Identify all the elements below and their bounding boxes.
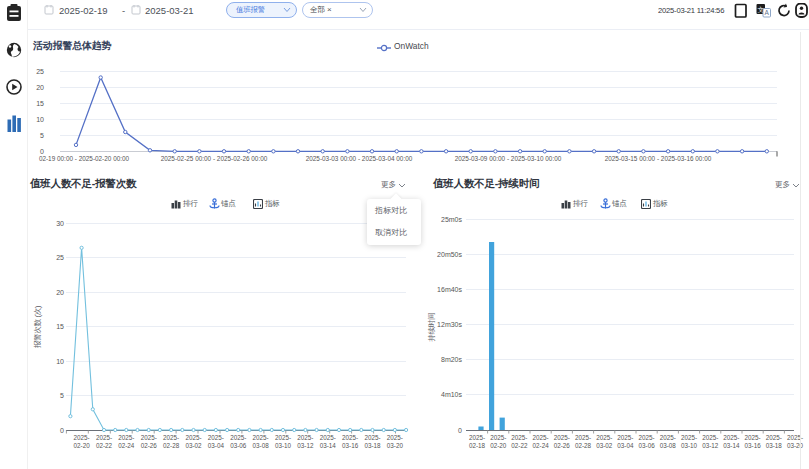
svg-text:03-18: 03-18 [766,442,783,449]
svg-text:2025-: 2025- [253,434,269,441]
svg-text:03-04: 03-04 [208,442,225,449]
svg-text:03-20: 03-20 [387,442,404,449]
svg-text:2025-: 2025- [533,434,549,441]
svg-text:2025-: 2025- [342,434,358,441]
svg-text:30: 30 [56,220,64,227]
svg-text:2025-: 2025- [745,434,761,441]
svg-text:03-18: 03-18 [364,442,381,449]
svg-text:2025-: 2025- [275,434,291,441]
svg-text:02-28: 02-28 [575,442,592,449]
svg-text:03-08: 03-08 [253,442,270,449]
svg-text:20m50s: 20m50s [437,251,462,258]
svg-text:02-24: 02-24 [118,442,135,449]
svg-text:5: 5 [60,392,64,399]
svg-text:03-06: 03-06 [230,442,247,449]
svg-text:2025-: 2025- [208,434,224,441]
svg-text:4m10s: 4m10s [441,391,463,398]
svg-text:0: 0 [458,427,462,434]
svg-text:2025-: 2025- [766,434,782,441]
svg-text:03-02: 03-02 [185,442,202,449]
svg-text:0: 0 [60,427,64,434]
svg-text:8m20s: 8m20s [441,356,463,363]
svg-text:25: 25 [56,254,64,261]
svg-text:2025-: 2025- [185,434,201,441]
svg-text:2025-: 2025- [617,434,633,441]
svg-text:25m0s: 25m0s [441,216,463,223]
svg-text:2025-: 2025- [320,434,336,441]
svg-text:02-22: 02-22 [511,442,528,449]
svg-text:02-22: 02-22 [96,442,113,449]
svg-text:12m30s: 12m30s [437,321,462,328]
svg-text:2025-: 2025- [490,434,506,441]
svg-text:03-20: 03-20 [787,442,804,449]
svg-text:2025-: 2025- [639,434,655,441]
svg-text:20: 20 [56,289,64,296]
svg-text:2025-: 2025- [141,434,157,441]
svg-text:2025-: 2025- [96,434,112,441]
svg-text:03-12: 03-12 [297,442,314,449]
svg-text:2025-: 2025- [118,434,134,441]
svg-text:02-26: 02-26 [141,442,158,449]
svg-text:15: 15 [56,323,64,330]
svg-text:03-10: 03-10 [681,442,698,449]
svg-text:03-16: 03-16 [342,442,359,449]
svg-text:2025-: 2025- [723,434,739,441]
svg-text:03-08: 03-08 [660,442,677,449]
svg-text:2025-: 2025- [297,434,313,441]
svg-text:16m40s: 16m40s [437,286,462,293]
svg-text:02-24: 02-24 [533,442,550,449]
svg-text:2025-: 2025- [230,434,246,441]
svg-text:2025-: 2025- [74,434,90,441]
svg-text:2025-: 2025- [469,434,485,441]
svg-text:2025-: 2025- [511,434,527,441]
svg-text:2025-: 2025- [364,434,380,441]
svg-text:03-02: 03-02 [596,442,613,449]
svg-text:03-14: 03-14 [723,442,740,449]
svg-text:2025-: 2025- [596,434,612,441]
svg-text:2025-: 2025- [163,434,179,441]
svg-text:2025-: 2025- [702,434,718,441]
svg-text:10: 10 [56,358,64,365]
svg-text:2025-: 2025- [681,434,697,441]
svg-text:2025-: 2025- [575,434,591,441]
svg-text:2025-: 2025- [387,434,403,441]
svg-text:03-12: 03-12 [702,442,719,449]
svg-text:02-20: 02-20 [74,442,91,449]
svg-text:03-14: 03-14 [320,442,337,449]
svg-text:02-26: 02-26 [554,442,571,449]
svg-text:03-04: 03-04 [617,442,634,449]
svg-text:02-28: 02-28 [163,442,180,449]
svg-text:03-10: 03-10 [275,442,292,449]
svg-text:02-18: 02-18 [469,442,486,449]
svg-text:2025-: 2025- [660,434,676,441]
svg-text:02-20: 02-20 [490,442,507,449]
svg-text:03-16: 03-16 [745,442,762,449]
svg-text:03-06: 03-06 [639,442,656,449]
svg-text:2025-: 2025- [554,434,570,441]
